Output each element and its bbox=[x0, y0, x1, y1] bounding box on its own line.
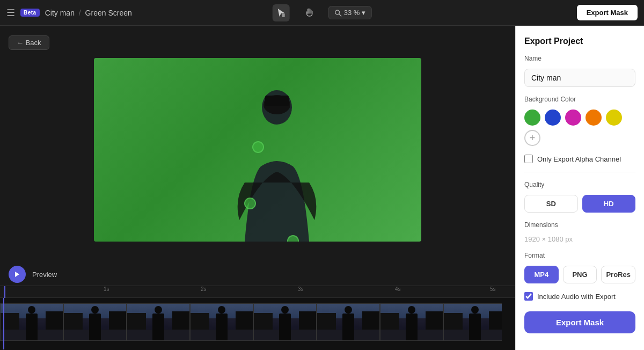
bg-color-label: Background Color bbox=[524, 96, 635, 103]
bg-color-section: Background Color + bbox=[524, 96, 635, 146]
beta-badge: Beta bbox=[20, 9, 40, 17]
format-group: MP4 PNG ProRes bbox=[524, 266, 635, 283]
include-audio-checkbox[interactable] bbox=[524, 292, 533, 301]
export-panel: Export Project Name Background Color + O… bbox=[515, 26, 644, 350]
dimensions-value: 1920 × 1080 px bbox=[524, 235, 635, 243]
quality-label: Quality bbox=[524, 181, 635, 188]
color-swatch-yellow[interactable] bbox=[606, 110, 622, 126]
alpha-channel-checkbox[interactable] bbox=[524, 155, 533, 163]
main-area: ← Back bbox=[0, 26, 644, 350]
format-prores-button[interactable]: ProRes bbox=[601, 266, 635, 283]
topbar-left: ☰ Beta City man / Green Screen bbox=[6, 7, 132, 19]
zoom-level: 33 % bbox=[344, 9, 360, 17]
name-label: Name bbox=[524, 55, 635, 62]
track-thumb-7 bbox=[380, 303, 443, 341]
quality-group: SD HD bbox=[524, 195, 635, 213]
include-audio-row: Include Audio with Export bbox=[524, 292, 635, 301]
track-strip bbox=[0, 303, 502, 341]
topbar-center: 33 % ▾ bbox=[273, 4, 372, 21]
timeline-playhead-ruler bbox=[4, 286, 5, 298]
timeline-area[interactable]: 1s 2s 3s 4s 5s bbox=[0, 286, 515, 350]
export-mask-topbar-button[interactable]: Export Mask bbox=[577, 5, 638, 20]
breadcrumb-section[interactable]: Green Screen bbox=[85, 9, 132, 17]
preview-label: Preview bbox=[32, 271, 57, 279]
track-thumb-6 bbox=[317, 303, 380, 341]
timeline-playhead-track bbox=[3, 298, 4, 349]
breadcrumb: City man / Green Screen bbox=[45, 9, 132, 17]
zoom-chevron: ▾ bbox=[362, 9, 365, 17]
ruler-mark-2s: 2s bbox=[201, 286, 207, 292]
hand-icon bbox=[304, 8, 314, 18]
name-section: Name bbox=[524, 55, 635, 87]
svg-rect-5 bbox=[265, 96, 289, 106]
ruler-mark-1s: 1s bbox=[104, 286, 109, 292]
back-button[interactable]: ← Back bbox=[9, 35, 49, 50]
alpha-channel-row: Only Export Alpha Channel bbox=[524, 155, 635, 163]
preview-play-button[interactable] bbox=[9, 266, 26, 283]
ruler-mark-3s: 3s bbox=[298, 286, 304, 292]
ruler-marks-container: 1s 2s 3s 4s 5s bbox=[4, 286, 511, 297]
color-swatches: + bbox=[524, 110, 635, 146]
format-mp4-button[interactable]: MP4 bbox=[524, 266, 559, 283]
track-thumb-1 bbox=[0, 303, 63, 341]
zoom-control[interactable]: 33 % ▾ bbox=[328, 6, 372, 19]
alpha-channel-label[interactable]: Only Export Alpha Channel bbox=[537, 155, 621, 163]
topbar: ☰ Beta City man / Green Screen 33 % bbox=[0, 0, 644, 26]
track-thumb-8 bbox=[443, 303, 502, 341]
breadcrumb-separator: / bbox=[79, 9, 83, 17]
topbar-right: Export Mask bbox=[577, 5, 638, 20]
breadcrumb-project[interactable]: City man bbox=[45, 9, 75, 17]
quality-section: Quality SD HD bbox=[524, 181, 635, 213]
track-thumb-3 bbox=[127, 303, 190, 341]
preview-bar: Preview bbox=[0, 263, 515, 286]
color-swatch-orange[interactable] bbox=[586, 110, 602, 126]
timeline-tracks bbox=[0, 298, 515, 349]
name-input[interactable] bbox=[524, 69, 635, 87]
track-thumb-2 bbox=[63, 303, 127, 341]
export-final-button[interactable]: Export Mask bbox=[524, 311, 635, 333]
track-thumb-5 bbox=[253, 303, 317, 341]
ruler-dots bbox=[4, 292, 511, 293]
person-silhouette bbox=[229, 81, 325, 242]
color-swatch-purple[interactable] bbox=[565, 110, 581, 126]
video-preview-container bbox=[0, 26, 515, 263]
search-icon bbox=[334, 9, 342, 17]
svg-rect-0 bbox=[282, 13, 285, 17]
dot-top bbox=[252, 141, 264, 153]
hand-tool-button[interactable] bbox=[301, 4, 318, 21]
video-preview bbox=[94, 58, 421, 242]
canvas-area: ← Back bbox=[0, 26, 515, 350]
color-swatch-green[interactable] bbox=[524, 110, 540, 126]
export-panel-title: Export Project bbox=[524, 37, 635, 46]
ruler-mark-4s: 4s bbox=[395, 286, 401, 292]
timeline-ruler: 1s 2s 3s 4s 5s bbox=[0, 286, 515, 298]
format-section: Format MP4 PNG ProRes bbox=[524, 252, 635, 283]
ruler-mark-5s: 5s bbox=[490, 286, 496, 292]
dimensions-label: Dimensions bbox=[524, 221, 635, 229]
dot-mid bbox=[244, 198, 256, 209]
dimensions-section: Dimensions 1920 × 1080 px bbox=[524, 221, 635, 243]
color-swatch-blue[interactable] bbox=[545, 110, 561, 126]
format-png-button[interactable]: PNG bbox=[563, 266, 597, 283]
include-audio-label[interactable]: Include Audio with Export bbox=[537, 293, 616, 301]
cursor-tool-button[interactable] bbox=[273, 4, 290, 21]
quality-sd-button[interactable]: SD bbox=[524, 195, 578, 213]
format-label: Format bbox=[524, 252, 635, 259]
color-add-button[interactable]: + bbox=[524, 130, 540, 146]
menu-icon[interactable]: ☰ bbox=[6, 7, 15, 19]
divider-1 bbox=[524, 172, 635, 172]
play-icon bbox=[14, 271, 20, 278]
svg-line-2 bbox=[339, 14, 341, 16]
quality-hd-button[interactable]: HD bbox=[582, 195, 636, 213]
track-thumb-4 bbox=[190, 303, 253, 341]
cursor-icon bbox=[276, 8, 287, 18]
